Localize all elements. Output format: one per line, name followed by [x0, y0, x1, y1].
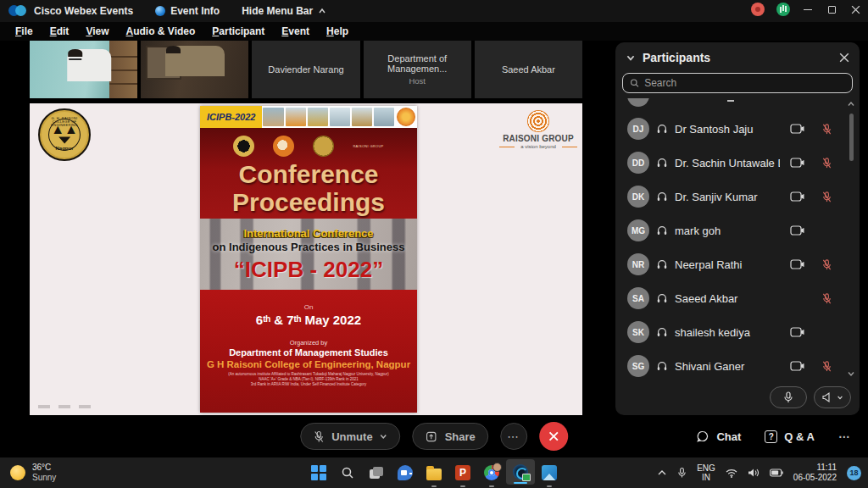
- share-icon: [426, 430, 438, 443]
- leave-meeting-button[interactable]: [539, 422, 568, 451]
- task-view-button[interactable]: [362, 458, 391, 488]
- restore-button[interactable]: [826, 3, 837, 15]
- indigenous-practices-line: on Indigenous Practices in Business: [200, 241, 417, 253]
- webex-app-button[interactable]: [506, 459, 535, 485]
- lower-hand-button[interactable]: [770, 386, 807, 408]
- camera-icon[interactable]: [790, 225, 805, 236]
- weather-widget[interactable]: 36°C Sunny: [10, 458, 56, 488]
- menu-file[interactable]: File: [7, 24, 42, 39]
- participant-video-tile[interactable]: [30, 41, 137, 98]
- camera-icon[interactable]: [790, 327, 805, 337]
- windows-logo-icon: [311, 465, 326, 480]
- participants-title: Participants: [643, 51, 839, 64]
- participant-row[interactable]: DJ Dr Santosh Jaju: [615, 112, 846, 146]
- language-indicator[interactable]: ENGIN: [697, 463, 715, 482]
- participant-row[interactable]: SA Saeed Akbar: [615, 281, 846, 315]
- chrome-button[interactable]: [477, 458, 506, 488]
- chevron-down-icon: [626, 53, 636, 63]
- battery-icon[interactable]: [770, 469, 783, 477]
- close-panel-button[interactable]: [839, 53, 849, 63]
- event-info-button[interactable]: Event Info: [155, 5, 220, 17]
- recording-indicator-icon[interactable]: [751, 3, 765, 16]
- participant-name: Dr Santosh Jaju: [675, 123, 780, 136]
- menu-participant[interactable]: Participant: [203, 24, 273, 39]
- share-button[interactable]: Share: [413, 423, 488, 450]
- camera-icon[interactable]: [790, 158, 805, 168]
- headset-icon: [656, 360, 668, 372]
- chat-button[interactable]: Chat: [696, 430, 741, 443]
- file-explorer-button[interactable]: [420, 458, 448, 488]
- participant-row[interactable]: SG Shivani Ganer: [615, 349, 846, 380]
- taskbar-search-button[interactable]: [333, 458, 362, 488]
- participant-name-tile-host[interactable]: Department of Managemen...Host: [364, 41, 471, 98]
- menu-help[interactable]: Help: [318, 24, 357, 39]
- poster-logo-row: RAISONI GROUP: [200, 128, 417, 157]
- mic-muted-icon[interactable]: [821, 360, 832, 373]
- mic-muted-icon[interactable]: [821, 258, 832, 271]
- tray-microphone-icon[interactable]: [677, 467, 687, 479]
- start-button[interactable]: [304, 458, 333, 488]
- participant-row[interactable]: MG mark goh: [615, 214, 846, 247]
- mic-muted-icon[interactable]: [821, 191, 832, 203]
- teams-chat-button[interactable]: [391, 458, 420, 488]
- sun-icon: [10, 465, 25, 480]
- camera-icon[interactable]: [790, 259, 805, 269]
- intl-conference-line: International Conference: [200, 227, 417, 240]
- conference-date: 6ᵗʰ & 7ᵗʰ May 2022: [200, 313, 417, 327]
- mic-muted-icon[interactable]: [821, 123, 832, 136]
- collapse-panel-button[interactable]: [626, 53, 636, 63]
- mic-muted-icon[interactable]: [821, 292, 832, 305]
- menu-event[interactable]: Event: [273, 24, 318, 39]
- participant-search[interactable]: [622, 73, 853, 93]
- announce-menu-button[interactable]: [814, 386, 851, 408]
- participant-name-tile[interactable]: Daviender Narang: [252, 41, 359, 98]
- notification-count-badge[interactable]: 18: [847, 466, 861, 480]
- tray-overflow-chevron-icon[interactable]: [657, 469, 667, 477]
- participant-row[interactable]: SK shailesh kediya: [615, 315, 846, 349]
- connection-health-icon[interactable]: [776, 3, 790, 16]
- participant-name: Saeed Akbar: [675, 292, 780, 305]
- menu-view[interactable]: View: [77, 24, 117, 39]
- qa-button[interactable]: ? Q & A: [765, 430, 815, 443]
- participants-panel: Participants DJ Dr Santosh Jaju DD: [615, 42, 860, 415]
- scrollbar-thumb[interactable]: [849, 114, 854, 161]
- hide-menu-bar-button[interactable]: Hide Menu Bar: [242, 5, 326, 17]
- scroll-down-icon[interactable]: [847, 369, 855, 378]
- partially-scrolled-row: [615, 98, 846, 112]
- wifi-icon[interactable]: [726, 469, 737, 478]
- participant-row[interactable]: DD Dr. Sachin Untawale Di...: [615, 146, 846, 180]
- powerpoint-button[interactable]: P: [448, 458, 477, 488]
- participant-name-tile[interactable]: Saeed Akbar: [475, 41, 582, 98]
- mandala-icon: [397, 108, 415, 126]
- participants-scrollbar[interactable]: [846, 100, 856, 378]
- mic-muted-icon[interactable]: [821, 157, 832, 169]
- participant-video-tile[interactable]: [141, 41, 248, 98]
- speaker-icon[interactable]: [748, 468, 760, 478]
- menu-edit[interactable]: Edit: [42, 24, 78, 39]
- participant-name: Neerpal Rathi: [675, 258, 780, 271]
- search-input[interactable]: [644, 77, 845, 89]
- participant-name: Shivani Ganer: [675, 360, 780, 373]
- camera-icon[interactable]: [790, 361, 805, 371]
- close-window-button[interactable]: [849, 3, 861, 15]
- camera-icon[interactable]: [790, 124, 805, 134]
- camera-icon[interactable]: [790, 191, 805, 202]
- scroll-up-icon[interactable]: [847, 100, 855, 108]
- participant-row[interactable]: NR Neerpal Rathi: [615, 247, 846, 281]
- row-dash: [727, 100, 734, 102]
- headset-icon: [656, 191, 668, 202]
- clock[interactable]: 11:1106-05-2022: [793, 463, 837, 483]
- more-panels-button[interactable]: ⋯: [838, 430, 851, 443]
- more-options-button[interactable]: ⋯: [500, 423, 527, 450]
- photos-button[interactable]: [535, 458, 564, 488]
- gold-medal-icon: [313, 136, 334, 157]
- participant-row[interactable]: DK Dr. Sanjiv Kumar: [615, 180, 846, 214]
- menu-audio-video[interactable]: Audio & Video: [118, 24, 204, 39]
- windows-taskbar: 36°C Sunny P ENGIN: [0, 458, 868, 488]
- headset-icon: [656, 258, 668, 270]
- participant-name: mark goh: [675, 225, 780, 237]
- unmute-button[interactable]: Unmute: [300, 423, 400, 450]
- search-icon: [341, 466, 354, 480]
- minimize-button[interactable]: [802, 3, 814, 15]
- poster-details-section: On 6ᵗʰ & 7ᵗʰ May 2022 Organized by Depar…: [200, 290, 417, 413]
